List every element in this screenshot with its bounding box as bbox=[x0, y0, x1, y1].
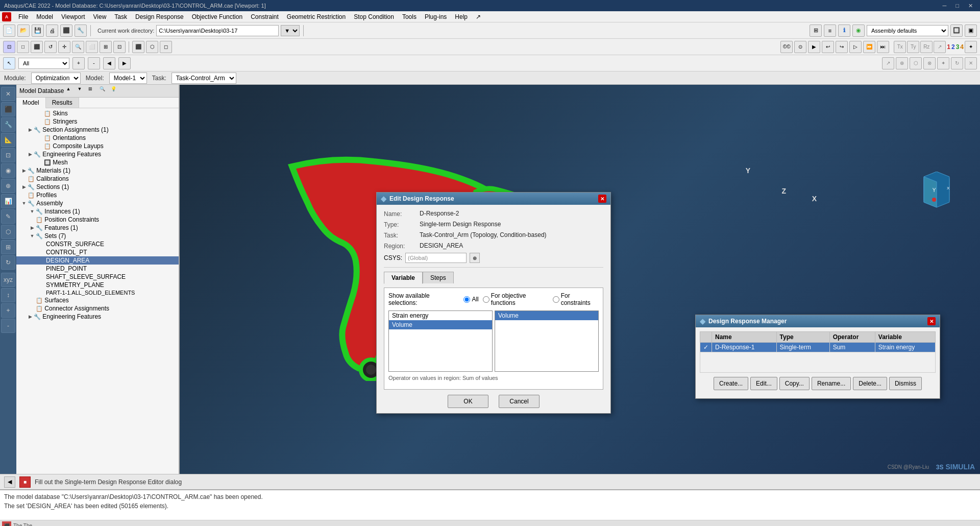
radio-objective[interactable]: For objective functions bbox=[483, 292, 549, 306]
left-icon-8[interactable]: 📊 bbox=[1, 194, 15, 208]
grid-btn[interactable]: ⊞ bbox=[810, 25, 822, 37]
ry-btn[interactable]: Rz bbox=[920, 41, 933, 53]
tree-filter[interactable]: 🔍 bbox=[100, 86, 109, 95]
tree-item-sections[interactable]: ▶ 🔧 Sections (1) bbox=[16, 183, 179, 191]
del-filter[interactable]: - bbox=[88, 57, 100, 69]
tab-results[interactable]: Results bbox=[46, 98, 79, 108]
menu-help2[interactable]: ↗ bbox=[472, 12, 485, 21]
tree-item-eng-features[interactable]: ▶ 🔧 Engineering Features bbox=[16, 150, 179, 158]
left-icon-16[interactable]: - bbox=[1, 319, 15, 333]
render-btn[interactable]: 🔲 bbox=[950, 25, 963, 37]
expand-sets[interactable]: ▼ bbox=[29, 233, 36, 238]
tree-item-pined-point[interactable]: PINED_POINT bbox=[16, 265, 179, 273]
num-3[interactable]: 3 bbox=[956, 43, 960, 51]
tree-up[interactable]: ▲ bbox=[66, 86, 75, 95]
tree-item-eng-features-2[interactable]: ▶ 🔧 Engineering Features bbox=[16, 313, 179, 321]
cancel-button[interactable]: Cancel bbox=[499, 395, 540, 408]
copy-button[interactable]: Copy... bbox=[779, 377, 810, 390]
radio-all-input[interactable] bbox=[463, 296, 470, 303]
constraint-btn[interactable]: ©© bbox=[780, 41, 793, 53]
cwd-input[interactable] bbox=[156, 25, 279, 36]
radio-constraints[interactable]: For constraints bbox=[553, 292, 599, 306]
tab-variable[interactable]: Variable bbox=[384, 272, 423, 284]
undo-btn[interactable]: ↩ bbox=[822, 41, 834, 53]
axis-btn2[interactable]: ⊕ bbox=[896, 57, 908, 69]
expand-sections[interactable]: ▶ bbox=[20, 184, 28, 189]
tree-item-skins[interactable]: 📋 Skins bbox=[16, 109, 179, 117]
left-icon-1[interactable]: ✕ bbox=[1, 87, 15, 101]
tree-item-connector-assignments[interactable]: 📋 Connector Assignments bbox=[16, 304, 179, 313]
tree-item-design-area[interactable]: DESIGN_AREA bbox=[16, 256, 179, 265]
left-icon-9[interactable]: ✎ bbox=[1, 209, 15, 224]
menu-viewport[interactable]: Viewport bbox=[57, 12, 89, 21]
new-button[interactable]: 📄 bbox=[3, 25, 15, 37]
print-button[interactable]: 🖨 bbox=[46, 25, 58, 37]
menu-plug-ins[interactable]: Plug-ins bbox=[421, 12, 451, 21]
expand-eng[interactable]: ▶ bbox=[27, 152, 34, 157]
left-icon-15[interactable]: + bbox=[1, 303, 15, 318]
anim-btn[interactable]: ▷ bbox=[849, 41, 862, 53]
stop-button[interactable]: ⬛ bbox=[60, 25, 72, 37]
expand-assembly[interactable]: ▼ bbox=[20, 201, 28, 206]
rename-button[interactable]: Rename... bbox=[812, 377, 851, 390]
tree-item-assembly[interactable]: ▼ 🔧 Assembly bbox=[16, 199, 179, 207]
tree-item-control-pt[interactable]: CONTROL_PT bbox=[16, 248, 179, 256]
list-item-volume-right[interactable]: Volume bbox=[495, 311, 598, 320]
left-icon-10[interactable]: ⬡ bbox=[1, 225, 15, 239]
left-icon-12[interactable]: ↻ bbox=[1, 255, 15, 270]
radio-constraints-input[interactable] bbox=[553, 296, 559, 303]
zoom-fit[interactable]: ⊞ bbox=[100, 41, 112, 53]
csys-input[interactable] bbox=[405, 253, 467, 263]
create-button[interactable]: Create... bbox=[714, 377, 748, 390]
axis-btn1[interactable]: ↗ bbox=[882, 57, 894, 69]
axis-btn4[interactable]: ⊗ bbox=[923, 57, 936, 69]
menu-geometric-restriction[interactable]: Geometric Restriction bbox=[283, 12, 350, 21]
radio-objective-input[interactable] bbox=[483, 296, 489, 303]
tree-copy[interactable]: ⊞ bbox=[88, 86, 97, 95]
module-select[interactable]: Optimization bbox=[31, 73, 81, 84]
left-icon-13[interactable]: xyz bbox=[1, 273, 15, 287]
menu-model[interactable]: Model bbox=[32, 12, 57, 21]
zoom-box[interactable]: ⬜ bbox=[86, 41, 98, 53]
tree-item-sets[interactable]: ▼ 🔧 Sets (7) bbox=[16, 232, 179, 240]
add-filter[interactable]: + bbox=[72, 57, 85, 69]
left-icon-14[interactable]: ↕ bbox=[1, 288, 15, 302]
left-icon-2[interactable]: ⬛ bbox=[1, 102, 15, 116]
dismiss-button[interactable]: Dismiss bbox=[889, 377, 922, 390]
tree-item-shaft-sleeve[interactable]: SHAFT_SLEEVE_SURFACE bbox=[16, 273, 179, 281]
scroll-prev[interactable]: ◀ bbox=[103, 57, 115, 69]
menu-design-response[interactable]: Design Response bbox=[131, 12, 188, 21]
left-icon-7[interactable]: ⊕ bbox=[1, 179, 15, 193]
info-btn[interactable]: ℹ bbox=[838, 25, 850, 37]
menu-file[interactable]: File bbox=[14, 12, 32, 21]
expand-eng2[interactable]: ▶ bbox=[27, 314, 34, 319]
tree-item-section-assignments[interactable]: ▶ 🔧 Section Assignments (1) bbox=[16, 126, 179, 134]
manager-close[interactable]: ✕ bbox=[927, 317, 936, 325]
scroll-next[interactable]: ▶ bbox=[118, 57, 131, 69]
task-select[interactable]: Task-Control_Arm bbox=[172, 73, 236, 84]
snap-btn[interactable]: ✦ bbox=[965, 41, 977, 53]
save-button[interactable]: 💾 bbox=[32, 25, 44, 37]
expand-features[interactable]: ▶ bbox=[29, 225, 36, 230]
edit-dr-close[interactable]: ✕ bbox=[598, 195, 606, 203]
axis-btn7[interactable]: ✕ bbox=[965, 57, 977, 69]
cwd-dropdown[interactable]: ▼ bbox=[281, 25, 300, 36]
maximize-button[interactable]: □ bbox=[952, 3, 962, 9]
left-icon-4[interactable]: 📐 bbox=[1, 133, 15, 147]
left-icon-11[interactable]: ⊞ bbox=[1, 240, 15, 254]
ok-button[interactable]: OK bbox=[448, 395, 488, 408]
left-icon-6[interactable]: ◉ bbox=[1, 163, 15, 178]
open-button[interactable]: 📂 bbox=[17, 25, 30, 37]
stop-red-button[interactable]: ■ bbox=[19, 476, 31, 488]
rotate-btn[interactable]: ↺ bbox=[44, 41, 57, 53]
y-axis-btn[interactable]: Ty bbox=[907, 41, 919, 53]
expand-mats[interactable]: ▶ bbox=[20, 168, 28, 173]
menu-help[interactable]: Help bbox=[451, 12, 472, 21]
left-icon-5[interactable]: ⊡ bbox=[1, 148, 15, 162]
menu-stop-condition[interactable]: Stop Condition bbox=[350, 12, 398, 21]
manager-row-1[interactable]: ✓ D-Response-1 Single-term Sum Strain en… bbox=[700, 343, 936, 352]
tree-item-part-solid[interactable]: PART-1-1.ALL_SOLID_ELEMENTS bbox=[16, 289, 179, 296]
axis-btn6[interactable]: ↻ bbox=[951, 57, 963, 69]
expand-section[interactable]: ▶ bbox=[27, 127, 34, 132]
edit-button[interactable]: Edit... bbox=[750, 377, 777, 390]
